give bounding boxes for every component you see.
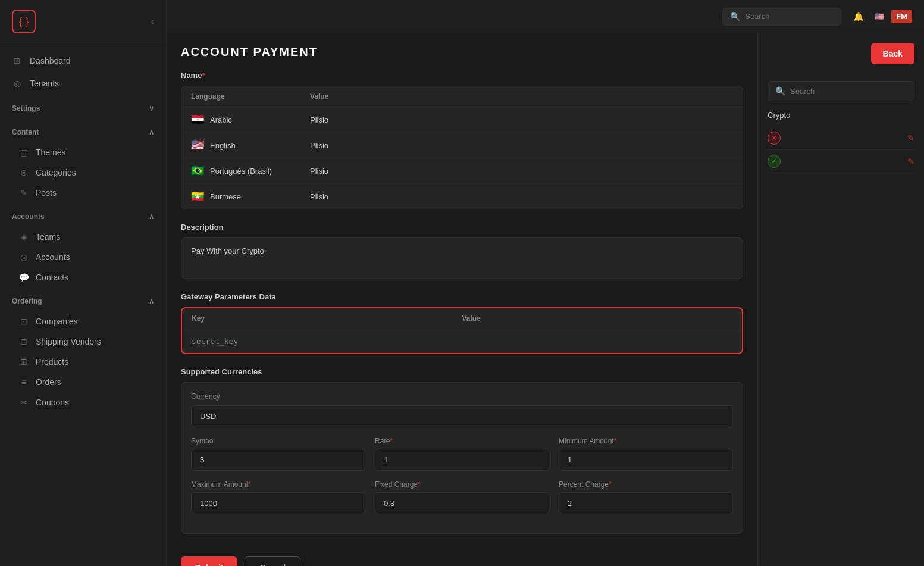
sidebar-item-label: Tenants: [30, 79, 59, 88]
english-flag: 🇺🇸: [191, 139, 204, 152]
currency-label: Currency: [191, 392, 733, 401]
arabic-flag: 🇪🇬: [191, 113, 204, 126]
symbol-input[interactable]: [191, 449, 365, 471]
edit-icon-1[interactable]: ✎: [907, 133, 914, 143]
params-value-input[interactable]: [462, 337, 733, 346]
sidebar-item-categories[interactable]: ⊜ Categories: [0, 162, 166, 183]
notification-icon[interactable]: 🔔: [848, 7, 867, 26]
main-area: 🔍 🔔 🇺🇸 FM ACCOUNT PAYMENT Name* Language: [167, 0, 924, 566]
nav-section-content: Content ∧: [0, 118, 166, 142]
supported-currencies-section: Supported Currencies Currency Symbol Rat…: [181, 367, 743, 534]
back-button[interactable]: Back: [871, 43, 914, 64]
rate-input[interactable]: [375, 449, 549, 471]
payment-item-2: ✓ ✎: [768, 150, 914, 173]
currency-row-1: Symbol Rate* Minimum Amount*: [191, 437, 733, 471]
language-selector[interactable]: 🇺🇸: [875, 12, 884, 21]
chevron-down-icon: ∨: [149, 104, 154, 112]
name-row-portuguese: 🇧🇷 Português (Brasil) Plisio: [181, 158, 743, 184]
tenants-icon: ◎: [12, 78, 23, 89]
sidebar-header: { } ‹: [0, 0, 166, 43]
posts-icon: ✎: [19, 188, 29, 198]
settings-section-header[interactable]: Settings ∨: [12, 101, 154, 116]
params-value-cell[interactable]: [462, 336, 733, 346]
sidebar-item-contacts[interactable]: 💬 Contacts: [0, 267, 166, 287]
name-table-header: Language Value: [181, 86, 743, 107]
sidebar-item-label: Dashboard: [30, 56, 71, 65]
content-section-header[interactable]: Content ∧: [12, 124, 154, 140]
max-amount-input[interactable]: [191, 492, 365, 514]
supported-currencies-label: Supported Currencies: [181, 367, 743, 376]
params-key: secret_key: [192, 337, 462, 346]
currencies-box: Currency Symbol Rate*: [181, 382, 743, 534]
search-input[interactable]: [745, 12, 834, 21]
fixed-charge-input[interactable]: [375, 492, 549, 514]
page-title: ACCOUNT PAYMENT: [181, 45, 743, 59]
percent-charge-input[interactable]: [559, 492, 733, 514]
rate-label: Rate*: [375, 437, 549, 445]
sidebar-item-orders[interactable]: ≡ Orders: [0, 372, 166, 392]
name-row-arabic: 🇪🇬 Arabic Plisio: [181, 107, 743, 133]
search-icon: 🔍: [730, 12, 740, 21]
sidebar-item-dashboard[interactable]: ⊞ Dashboard: [0, 49, 166, 72]
currency-input[interactable]: [191, 405, 733, 427]
sidebar-collapse-button[interactable]: ‹: [151, 16, 154, 27]
portuguese-flag: 🇧🇷: [191, 164, 204, 177]
right-panel-search-input[interactable]: [790, 87, 907, 96]
min-amount-input[interactable]: [559, 449, 733, 471]
sidebar-item-companies[interactable]: ⊡ Companies: [0, 311, 166, 332]
name-row-burmese: 🇲🇲 Burmese Plisio: [181, 184, 743, 209]
sidebar-item-themes[interactable]: ◫ Themes: [0, 142, 166, 162]
percent-charge-label: Percent Charge*: [559, 480, 733, 489]
sidebar-item-teams[interactable]: ◈ Teams: [0, 227, 166, 247]
params-row: secret_key: [182, 329, 742, 353]
name-section: Name* Language Value 🇪🇬 Arabic Plisio: [181, 71, 743, 209]
sidebar-item-tenants[interactable]: ◎ Tenants: [0, 72, 166, 95]
params-table-header: Key Value: [182, 308, 742, 329]
teams-icon: ◈: [19, 232, 29, 242]
gateway-params-table: Key Value secret_key: [181, 307, 743, 354]
contacts-icon: 💬: [19, 273, 29, 282]
nav-section-ordering: Ordering ∧: [0, 287, 166, 311]
sidebar: { } ‹ ⊞ Dashboard ◎ Tenants Settings ∨ C…: [0, 0, 167, 566]
name-row-english: 🇺🇸 English Plisio: [181, 133, 743, 158]
rate-col: Rate*: [375, 437, 549, 471]
status-badge-inactive: ✕: [768, 132, 781, 145]
percent-charge-col: Percent Charge*: [559, 480, 733, 514]
accounts-section-header[interactable]: Accounts ∧: [12, 209, 154, 224]
sidebar-item-shipping-vendors[interactable]: ⊟ Shipping Vendors: [0, 332, 166, 352]
fixed-charge-label: Fixed Charge*: [375, 480, 549, 489]
description-field: Pay With your Crypto: [181, 237, 743, 279]
form-area: ACCOUNT PAYMENT Name* Language Value 🇪🇬 …: [167, 33, 757, 566]
min-amount-label: Minimum Amount*: [559, 437, 733, 445]
min-amount-col: Minimum Amount*: [559, 437, 733, 471]
sidebar-item-posts[interactable]: ✎ Posts: [0, 183, 166, 203]
sidebar-item-accounts[interactable]: ◎ Accounts: [0, 247, 166, 267]
sidebar-item-products[interactable]: ⊞ Products: [0, 352, 166, 372]
status-badge-active: ✓: [768, 155, 781, 168]
dashboard-icon: ⊞: [12, 55, 23, 66]
accounts-icon: ◎: [19, 252, 29, 262]
action-row: Submit Cancel: [181, 547, 743, 566]
right-panel-search-box[interactable]: 🔍: [768, 81, 914, 101]
submit-button[interactable]: Submit: [181, 556, 237, 566]
right-panel: Back 🔍 Crypto ✕ ✎ ✓ ✎: [757, 33, 924, 566]
chevron-up-icon: ∧: [149, 297, 154, 305]
panel-title: Crypto: [768, 111, 914, 120]
content-wrapper: ACCOUNT PAYMENT Name* Language Value 🇪🇬 …: [167, 33, 924, 566]
categories-icon: ⊜: [19, 168, 29, 177]
name-table: Language Value 🇪🇬 Arabic Plisio 🇺🇸: [181, 86, 743, 209]
chevron-up-icon: ∧: [149, 128, 154, 136]
burmese-flag: 🇲🇲: [191, 190, 204, 203]
sidebar-item-coupons[interactable]: ✂ Coupons: [0, 392, 166, 412]
topbar-search-box[interactable]: 🔍: [722, 8, 841, 26]
gateway-params-label: Gateway Parameters Data: [181, 292, 743, 301]
companies-icon: ⊡: [19, 317, 29, 326]
ordering-section-header[interactable]: Ordering ∧: [12, 293, 154, 309]
user-avatar[interactable]: FM: [891, 10, 912, 23]
search-icon: 🔍: [775, 86, 785, 96]
cancel-button[interactable]: Cancel: [245, 556, 300, 566]
edit-icon-2[interactable]: ✎: [907, 157, 914, 166]
orders-icon: ≡: [19, 377, 29, 387]
sidebar-nav: ⊞ Dashboard ◎ Tenants Settings ∨ Content…: [0, 43, 166, 566]
gateway-params-section: Gateway Parameters Data Key Value secret…: [181, 292, 743, 354]
